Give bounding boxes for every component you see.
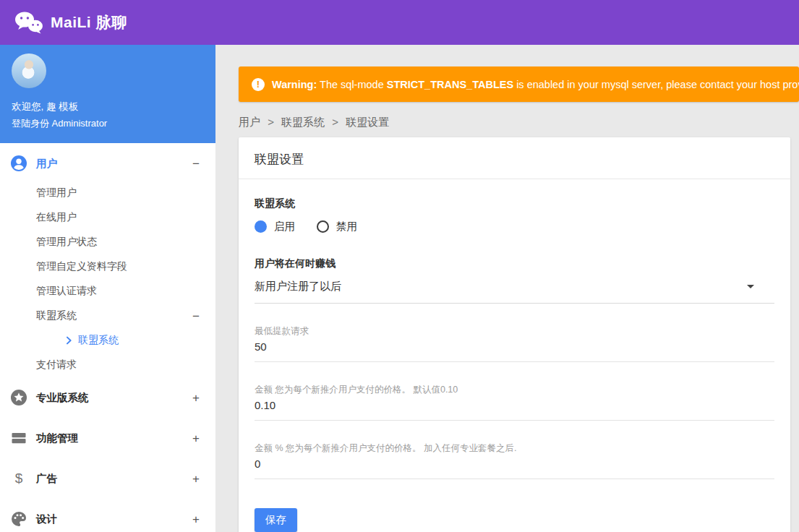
save-button[interactable]: 保存 <box>255 508 297 532</box>
amount-label: 金额 您为每个新推介用户支付的价格。 默认值0.10 <box>255 384 774 396</box>
radio-enable-label: 启用 <box>274 220 295 233</box>
user-panel: 欢迎您, 趣 模板 登陆身份 Administrator <box>0 45 215 143</box>
earn-when-label: 用户将在何时赚钱 <box>255 257 774 270</box>
affiliate-settings-card: 联盟设置 联盟系统 启用 禁用 用户将在何时赚钱 <box>239 137 790 532</box>
role-text: 登陆身份 Administrator <box>12 117 204 130</box>
warning-text: Warning: The sql-mode STRICT_TRANS_TABLE… <box>272 79 799 90</box>
dollar-icon: $ <box>10 470 27 487</box>
expand-icon[interactable]: + <box>192 432 200 445</box>
sidebar-section-pro[interactable]: 专业版系统 + <box>0 377 215 418</box>
chevron-right-icon <box>64 335 74 346</box>
radio-disable[interactable] <box>317 220 329 233</box>
stacked-bars-icon <box>10 429 27 447</box>
min-withdrawal-label: 最低提款请求 <box>255 325 774 338</box>
breadcrumb-affiliate-settings: 联盟设置 <box>346 116 389 128</box>
radio-enable[interactable] <box>255 220 267 233</box>
radio-disable-label: 禁用 <box>336 220 357 233</box>
sidebar-section-label: 设计 <box>36 512 192 526</box>
sidebar-section-ads[interactable]: $ 广告 + <box>0 458 215 499</box>
welcome-text: 欢迎您, 趣 模板 <box>12 100 204 113</box>
sidebar-section-label: 用户 <box>36 157 192 171</box>
breadcrumb: 用户 > 联盟系统 > 联盟设置 <box>239 116 799 129</box>
collapse-icon[interactable]: − <box>192 158 200 170</box>
amount-percent-field-group: 金额 % 您为每个新推介用户支付的价格。 加入任何专业套餐之后. <box>255 442 774 479</box>
sidebar-section-label: 功能管理 <box>36 432 192 445</box>
affiliate-system-label: 联盟系统 <box>255 197 774 210</box>
sidebar-section-users[interactable]: 用户 − <box>0 146 215 181</box>
breadcrumb-separator: > <box>268 116 274 128</box>
min-withdrawal-input[interactable] <box>255 340 774 353</box>
amount-percent-input[interactable] <box>255 458 774 470</box>
expand-icon[interactable]: + <box>192 392 200 404</box>
sidebar-item-user-status[interactable]: 管理用户状态 <box>0 230 215 254</box>
sidebar-section-design[interactable]: 设计 + <box>0 499 215 532</box>
breadcrumb-affiliate-system[interactable]: 联盟系统 <box>281 116 325 128</box>
sidebar-section-label: 专业版系统 <box>36 391 192 405</box>
sql-mode-warning-banner: ! Warning: The sql-mode STRICT_TRANS_TAB… <box>239 66 799 102</box>
sidebar-section-label: 广告 <box>36 472 192 486</box>
user-avatar[interactable] <box>12 53 46 88</box>
sidebar-section-features[interactable]: 功能管理 + <box>0 418 215 458</box>
sidebar-item-verify-requests[interactable]: 管理认证请求 <box>0 279 215 304</box>
sidebar-item-manage-users[interactable]: 管理用户 <box>0 181 215 205</box>
app-window: MaiLi 脉聊 欢迎您, 趣 模板 登陆身份 Administrator <box>0 0 799 532</box>
amount-field-group: 金额 您为每个新推介用户支付的价格。 默认值0.10 <box>255 384 774 421</box>
brand-title: MaiLi 脉聊 <box>51 12 127 33</box>
amount-input[interactable] <box>255 399 774 411</box>
palette-icon <box>10 510 27 528</box>
top-header: MaiLi 脉聊 <box>0 0 799 45</box>
sidebar-item-custom-fields[interactable]: 管理自定义资料字段 <box>0 254 215 279</box>
main-content: ! Warning: The sql-mode STRICT_TRANS_TAB… <box>215 45 799 532</box>
wechat-logo-icon <box>14 10 43 35</box>
expand-icon[interactable]: + <box>192 513 200 525</box>
earn-when-select[interactable]: 新用户注册了以后 <box>255 280 774 304</box>
sidebar-group-affiliate[interactable]: 联盟系统 − <box>0 304 215 328</box>
star-circle-icon <box>10 389 27 406</box>
collapse-icon[interactable]: − <box>192 310 200 322</box>
breadcrumb-users[interactable]: 用户 <box>239 116 260 128</box>
min-withdrawal-field-group: 最低提款请求 <box>255 325 774 362</box>
user-circle-icon <box>10 155 27 172</box>
exclamation-circle-icon: ! <box>252 78 265 91</box>
dropdown-caret-icon <box>747 285 754 288</box>
expand-icon[interactable]: + <box>192 473 200 485</box>
sidebar-item-affiliate-system[interactable]: 联盟系统 <box>0 328 215 353</box>
amount-percent-label: 金额 % 您为每个新推介用户支付的价格。 加入任何专业套餐之后. <box>255 442 774 455</box>
card-title: 联盟设置 <box>239 137 790 179</box>
sidebar-item-online-users[interactable]: 在线用户 <box>0 205 215 230</box>
sidebar: 欢迎您, 趣 模板 登陆身份 Administrator 用户 − <box>0 45 215 532</box>
sidebar-menu: 用户 − 管理用户 在线用户 管理用户状态 管理自定义资料字段 管理认证请求 <box>0 143 215 532</box>
earn-when-selected-value: 新用户注册了以后 <box>255 280 747 293</box>
sidebar-item-payment-requests[interactable]: 支付请求 <box>0 353 215 377</box>
breadcrumb-separator: > <box>332 116 338 128</box>
